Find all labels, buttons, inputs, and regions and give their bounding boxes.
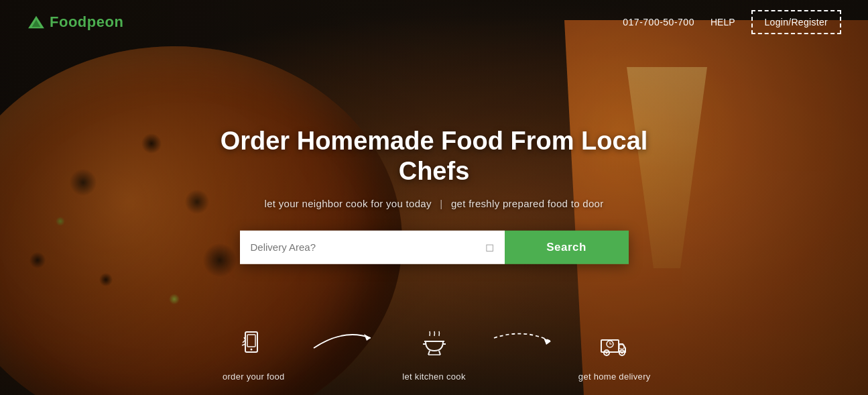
kitchen-cook-icon	[419, 329, 450, 365]
logo-text: Foodpeon	[50, 13, 123, 31]
logo[interactable]: Foodpeon	[27, 13, 123, 31]
svg-point-4	[251, 349, 253, 351]
curved-arrow-1-icon	[310, 325, 377, 351]
step-order-food-label: order your food	[223, 372, 285, 382]
delivery-truck-icon	[599, 329, 631, 359]
search-button[interactable]: Search	[505, 230, 629, 264]
step-order-food: order your food	[200, 329, 308, 382]
step-home-delivery-label: get home delivery	[578, 372, 651, 382]
home-delivery-icon	[599, 329, 631, 365]
search-input-wrapper: ◻	[240, 230, 505, 264]
steps-section: order your food	[200, 325, 669, 382]
step-kitchen-cook: let kitchen cook	[380, 329, 489, 382]
navbar: Foodpeon 017-700-50-700 HELP Login/Regis…	[0, 0, 868, 44]
dotted-arrow-2-icon	[491, 325, 558, 351]
svg-line-9	[428, 351, 430, 355]
hero-title: Order Homemade Food From Local Chefs	[200, 125, 669, 186]
order-food-icon	[239, 329, 268, 365]
phone-order-icon	[239, 329, 268, 359]
cooking-pot-icon	[419, 329, 450, 359]
svg-rect-13	[601, 340, 619, 352]
hero-section: Foodpeon 017-700-50-700 HELP Login/Regis…	[0, 0, 868, 395]
arrow-2	[488, 325, 560, 351]
hero-content: Order Homemade Food From Local Chefs let…	[200, 125, 669, 264]
logo-icon	[27, 15, 46, 30]
help-link[interactable]: HELP	[710, 17, 735, 27]
delivery-area-input[interactable]	[251, 241, 480, 253]
svg-point-17	[621, 352, 623, 354]
search-bar: ◻ Search	[240, 230, 629, 264]
svg-point-15	[605, 352, 607, 354]
svg-rect-3	[247, 335, 255, 347]
step-kitchen-cook-label: let kitchen cook	[402, 372, 465, 382]
nav-phone: 017-700-50-700	[623, 17, 694, 27]
svg-line-10	[439, 351, 440, 355]
hero-subtitle: let your neighbor cook for you today | g…	[200, 197, 669, 209]
step-home-delivery: get home delivery	[560, 329, 669, 382]
login-register-button[interactable]: Login/Register	[751, 10, 841, 34]
location-icon: ◻	[485, 241, 494, 253]
arrow-1	[308, 325, 380, 351]
nav-right: 017-700-50-700 HELP Login/Register	[623, 10, 841, 34]
